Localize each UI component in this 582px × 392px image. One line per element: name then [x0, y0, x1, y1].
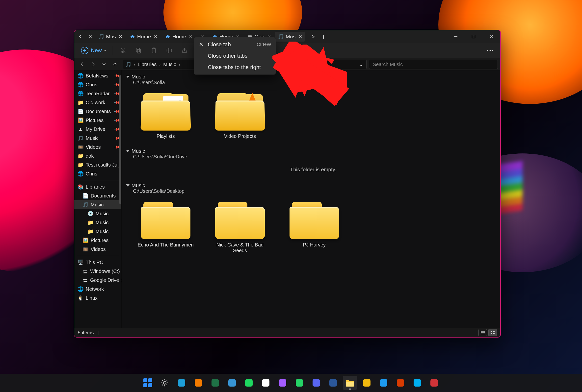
sidebar-libraries[interactable]: 📚Libraries — [74, 182, 121, 191]
menu-close-tab[interactable]: ✕ Close tab Ctrl+W — [194, 39, 276, 50]
sidebar-item[interactable]: 📁Old work📌 — [74, 98, 121, 107]
taskbar-app-settings[interactable] — [158, 376, 172, 390]
group-path: C:\Users\Sofia\OneDrive — [126, 154, 500, 160]
close-icon[interactable]: ✕ — [117, 34, 124, 40]
sidebar-network[interactable]: 🌐Network — [74, 284, 121, 294]
menu-close-tabs-right[interactable]: Close tabs to the right — [194, 62, 276, 73]
taskbar-app-calendar[interactable] — [393, 376, 408, 390]
close-icon[interactable]: ✕ — [153, 34, 159, 40]
sidebar-item[interactable]: 📁Test results July 20 — [74, 160, 121, 169]
taskbar-app-twitter[interactable] — [376, 376, 391, 390]
sidebar-item[interactable]: 📁Music — [74, 218, 121, 227]
sidebar-item[interactable]: 🖼️Pictures — [74, 236, 121, 245]
sidebar-item[interactable]: 📄Documents📌 — [74, 107, 121, 116]
svg-rect-34 — [296, 379, 303, 386]
sidebar-item[interactable]: 🖼️Pictures📌 — [74, 116, 121, 125]
taskbar-app-whatsapp[interactable] — [292, 376, 307, 390]
search-input[interactable]: Search Music — [369, 60, 498, 69]
view-details-button[interactable] — [478, 329, 487, 336]
tab0-close-leading[interactable]: ✕ — [85, 32, 95, 42]
taskbar-app-copilot[interactable] — [259, 376, 273, 390]
window-controls — [447, 30, 500, 43]
libraries-icon: 📚 — [78, 184, 83, 190]
breadcrumb-libraries[interactable]: Libraries — [138, 62, 157, 67]
taskbar-app-vlc[interactable] — [191, 376, 206, 390]
taskbar-app-edge[interactable] — [174, 376, 189, 390]
taskbar-app-discord[interactable] — [309, 376, 323, 390]
new-button[interactable]: New ▾ — [78, 45, 109, 56]
nav-recent-chevron[interactable] — [99, 60, 110, 69]
nav-back[interactable] — [77, 60, 88, 69]
sidebar-item[interactable]: 📁Music — [74, 227, 121, 236]
sidebar-item[interactable]: 📄Documents — [74, 191, 121, 200]
media-icon: 🎵 — [278, 34, 284, 40]
sidebar-item[interactable]: 🎞️Videos📌 — [74, 142, 121, 152]
taskbar-app-skype[interactable] — [410, 376, 424, 390]
group-path: C:\Users\Sofia\Desktop — [126, 188, 500, 194]
chevron-down-icon[interactable]: ⌄ — [358, 62, 364, 67]
svg-rect-27 — [178, 379, 185, 386]
taskbar-app-excel[interactable] — [208, 376, 222, 390]
close-icon[interactable]: ✕ — [188, 34, 194, 40]
nav-forward[interactable] — [88, 60, 99, 69]
taskbar-app-snip[interactable] — [427, 376, 441, 390]
sidebar-item[interactable]: 📁dok — [74, 152, 121, 160]
new-tab-button[interactable]: ＋ — [318, 31, 329, 42]
sidebar-item[interactable]: 💿Music — [74, 209, 121, 218]
copilot-icon — [261, 378, 270, 387]
cut-button[interactable] — [116, 45, 130, 56]
taskbar-app-chrome[interactable] — [360, 376, 374, 390]
navigation-pane[interactable]: 🌐BetaNews📌🌐Chris📌🌐TechRadar📌📁Old work📌📄D… — [74, 70, 122, 328]
sidebar-item[interactable]: ▲My Drive📌 — [74, 125, 121, 134]
folder-item[interactable]: Echo And The Bunnymen — [136, 200, 195, 254]
maximize-button[interactable] — [465, 30, 482, 43]
rename-button[interactable] — [163, 45, 176, 56]
group-header[interactable]: MusicC:\Users\Sofia\Desktop — [126, 181, 500, 194]
sidebar-item[interactable]: 🌐TechRadar📌 — [74, 89, 121, 98]
taskbar-app-start[interactable] — [141, 376, 155, 390]
sidebar-item[interactable]: 🌐Chris📌 — [74, 80, 121, 89]
nav-up[interactable] — [110, 60, 120, 69]
group-header[interactable]: MusicC:\Users\Sofia\OneDrive — [126, 146, 500, 160]
sidebar-item[interactable]: 🌐BetaNews📌 — [74, 71, 121, 80]
sidebar-this-pc[interactable]: 🖥️This PC — [74, 258, 121, 267]
tabs-scroll-left[interactable] — [75, 32, 85, 42]
menu-close-other-tabs[interactable]: Close other tabs — [194, 50, 276, 62]
taskbar-app-notes[interactable] — [326, 376, 340, 390]
minimize-button[interactable] — [447, 30, 465, 43]
folder-item[interactable]: Nick Cave & The Bad Seeds — [210, 200, 270, 254]
tab-home-1[interactable]: Home ✕ — [127, 32, 161, 42]
taskbar-app-explorer[interactable] — [343, 376, 357, 390]
close-window-button[interactable] — [482, 30, 500, 43]
folder-item[interactable]: Playlists — [136, 91, 195, 139]
share-button[interactable] — [178, 45, 191, 56]
copy-button[interactable] — [132, 45, 145, 56]
linux-icon: 🐧 — [78, 295, 83, 301]
taskbar-app-spotify[interactable] — [242, 376, 256, 390]
taskbar-app-messenger[interactable] — [275, 376, 290, 390]
close-icon[interactable]: ✕ — [297, 34, 303, 40]
whatsapp-icon — [295, 378, 304, 387]
sidebar-item[interactable]: 🎵Music📌 — [74, 134, 121, 142]
sidebar-linux[interactable]: 🐧Linux — [74, 294, 121, 302]
sidebar-item[interactable]: 🎵Music — [74, 200, 121, 209]
sidebar-item[interactable]: 🖴Windows (C:) — [74, 267, 121, 276]
tab-music-0[interactable]: 🎵 Mus ✕ — [96, 32, 126, 42]
sidebar-item[interactable]: 🖴Google Drive (G — [74, 276, 121, 284]
tab-music-6-active[interactable]: 🎵 Mus ✕ — [275, 32, 305, 42]
folder-item[interactable]: Video Projects — [210, 91, 270, 139]
tab-home-2[interactable]: Home ✕ — [162, 32, 196, 42]
breadcrumb-music[interactable]: Music — [163, 62, 176, 67]
pc-icon: 🖥️ — [78, 260, 83, 265]
sidebar-scrollbar[interactable] — [119, 71, 121, 327]
tabs-scroll-right[interactable] — [308, 32, 318, 42]
taskbar[interactable] — [0, 374, 582, 392]
sidebar-item[interactable]: 🎞️Videos — [74, 245, 121, 254]
pic-icon: 🖼️ — [78, 118, 83, 123]
paste-button[interactable] — [147, 45, 161, 56]
more-button[interactable] — [483, 45, 497, 56]
view-large-icons-button[interactable] — [488, 329, 497, 336]
sidebar-item[interactable]: 🌐Chris — [74, 169, 121, 178]
folder-item[interactable]: PJ Harvey — [285, 200, 344, 254]
taskbar-app-files[interactable] — [225, 376, 239, 390]
